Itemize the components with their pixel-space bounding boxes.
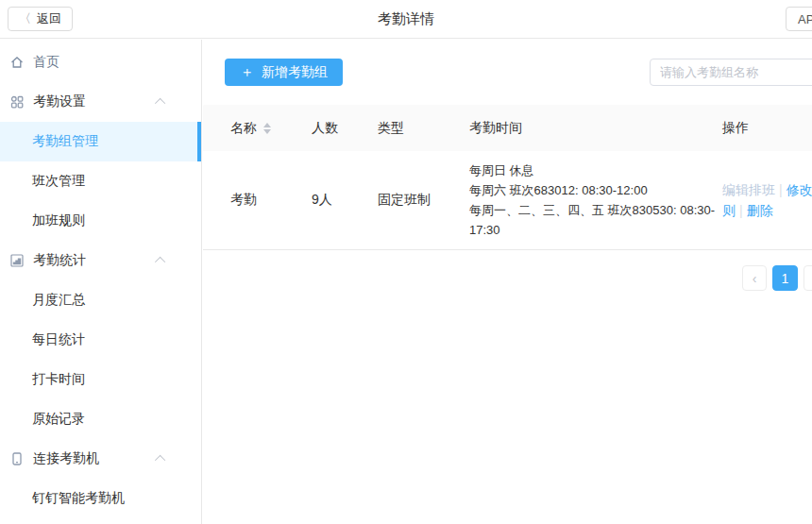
sidebar-item-label: 班次管理: [32, 173, 85, 190]
sort-icon[interactable]: [263, 123, 271, 134]
page-title: 考勤详情: [0, 0, 812, 39]
device-icon: [9, 451, 25, 466]
sidebar-item-label: 月度汇总: [32, 292, 85, 309]
table-row: 考勤 9人 固定班制 每周日 休息 每周六 班次683012: 08:30-12…: [203, 151, 812, 250]
cell-type: 固定班制: [378, 192, 469, 209]
separator: |: [739, 203, 743, 218]
sidebar-item-label: 钉钉智能考勤机: [32, 490, 125, 507]
sidebar-item-attendance-settings[interactable]: 考勤设置: [0, 82, 201, 122]
sort-ascending-icon: [263, 123, 271, 127]
search-input[interactable]: [650, 59, 812, 86]
sidebar-item-connect-attendance-machine[interactable]: 连接考勤机: [0, 439, 201, 479]
add-attendance-group-button[interactable]: ＋ 新增考勤组: [225, 59, 343, 86]
sidebar-item-dingtalk-smart-attendance-machine[interactable]: 钉钉智能考勤机: [0, 479, 201, 518]
sidebar-item-label: 连接考勤机: [33, 450, 99, 467]
column-header-time: 考勤时间: [469, 120, 722, 137]
sidebar-item-label: 原始记录: [32, 411, 85, 428]
grid-icon: [9, 94, 25, 110]
sidebar-item-label: 打卡时间: [32, 371, 85, 388]
sidebar-item-clock-in-time[interactable]: 打卡时间: [0, 360, 201, 399]
cell-group-name: 考勤: [230, 192, 312, 209]
edit-schedule-link[interactable]: 编辑排班: [722, 182, 775, 197]
chevron-up-icon[interactable]: [155, 257, 165, 267]
sidebar-item-label: 每日统计: [32, 331, 85, 348]
pagination-next-button[interactable]: ›: [804, 265, 812, 291]
sort-descending-icon: [263, 129, 271, 134]
column-header-type: 类型: [378, 120, 469, 137]
pagination-prev-button[interactable]: ‹: [742, 265, 767, 291]
time-line: 每周日 休息: [469, 161, 722, 180]
table-header-row: 名称 人数 类型 考勤时间 操作: [203, 105, 812, 151]
pagination: ‹ 1 ›: [742, 265, 812, 291]
column-header-actions: 操作: [722, 120, 812, 137]
plus-icon: ＋: [240, 63, 254, 81]
sidebar-item-daily-statistics[interactable]: 每日统计: [0, 320, 201, 360]
cell-actions: 编辑排班|修改规则|删除: [722, 179, 812, 221]
column-header-label: 名称: [230, 120, 257, 137]
sidebar-item-label: 考勤统计: [33, 252, 86, 269]
home-icon: [9, 55, 25, 70]
main-content: ＋ 新增考勤组 名称 人数 类型 考勤时间 操作 考勤 9人 固定班制 每周日 …: [203, 40, 812, 524]
sidebar-item-raw-records[interactable]: 原始记录: [0, 399, 201, 439]
top-right-button[interactable]: AP: [786, 7, 812, 31]
sidebar-item-attendance-group-management[interactable]: 考勤组管理: [0, 122, 201, 161]
separator: |: [779, 182, 783, 197]
sidebar-item-label: 考勤设置: [33, 93, 86, 110]
cell-attendance-time: 每周日 休息 每周六 班次683012: 08:30-12:00 每周一、二、三…: [469, 151, 722, 249]
column-header-people: 人数: [312, 120, 378, 137]
pagination-page-1-button[interactable]: 1: [772, 265, 798, 291]
time-line: 17:30: [469, 220, 722, 240]
time-line: 每周一、二、三、四、五 班次830530: 08:30-: [469, 200, 722, 220]
cell-people-count: 9人: [312, 192, 378, 209]
add-button-label: 新增考勤组: [262, 64, 328, 81]
attendance-group-table: 名称 人数 类型 考勤时间 操作 考勤 9人 固定班制 每周日 休息 每周六 班…: [203, 105, 812, 250]
column-header-name: 名称: [230, 120, 312, 137]
delete-link[interactable]: 删除: [747, 203, 773, 218]
sidebar-item-home[interactable]: 首页: [0, 42, 201, 82]
sidebar-item-monthly-summary[interactable]: 月度汇总: [0, 280, 201, 320]
time-line: 每周六 班次683012: 08:30-12:00: [469, 180, 722, 200]
sidebar: 首页 考勤设置 考勤组管理 班次管理 加班规则 考勤统计 月度汇总: [0, 40, 202, 524]
sidebar-item-label: 考勤组管理: [32, 133, 98, 150]
chevron-up-icon[interactable]: [155, 455, 165, 465]
sidebar-item-attendance-statistics[interactable]: 考勤统计: [0, 241, 201, 280]
chevron-up-icon[interactable]: [155, 98, 165, 109]
sidebar-item-label: 加班规则: [32, 212, 85, 229]
sidebar-item-shift-management[interactable]: 班次管理: [0, 161, 201, 201]
chart-icon: [9, 253, 25, 268]
top-bar: 〈 返回 考勤详情 AP: [0, 0, 812, 39]
sidebar-item-overtime-rules[interactable]: 加班规则: [0, 201, 201, 241]
sidebar-item-label: 首页: [33, 54, 59, 71]
